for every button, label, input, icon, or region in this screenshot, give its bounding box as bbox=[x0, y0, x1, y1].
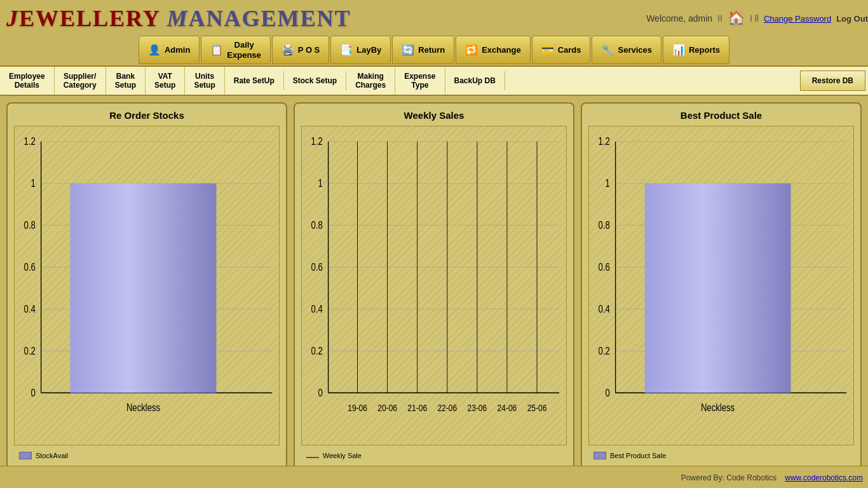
subnav-supplier-category[interactable]: Supplier/Category bbox=[55, 67, 106, 95]
svg-text:0.6: 0.6 bbox=[311, 262, 323, 273]
svg-text:0.8: 0.8 bbox=[24, 220, 36, 231]
subnav-bank-setup[interactable]: BankSetup bbox=[106, 67, 146, 95]
weekly-sales-chart: 1.2 1 0.8 0.6 0.4 0.2 0 bbox=[301, 126, 567, 445]
change-password-link[interactable]: Change Password bbox=[764, 14, 831, 24]
svg-text:0: 0 bbox=[318, 388, 323, 398]
best-product-panel: Best Product Sale 1.2 1 0.8 0.6 0.4 0.2 … bbox=[581, 102, 862, 470]
cards-icon: 💳 bbox=[541, 44, 554, 56]
return-icon: 🔄 bbox=[402, 44, 414, 56]
powered-by-text: Powered By: Code Robotics bbox=[681, 473, 776, 482]
title-bar: JEWELLERY MANAGEMENT Welcome, admin II 🏠… bbox=[0, 0, 868, 34]
nav-return[interactable]: 🔄 Return bbox=[392, 36, 454, 64]
svg-text:0.2: 0.2 bbox=[311, 346, 323, 356]
svg-text:0.6: 0.6 bbox=[599, 262, 610, 273]
header-right: Welcome, admin II 🏠 I ll Change Password… bbox=[646, 10, 868, 27]
nav-pos[interactable]: 🖨️ P O S bbox=[272, 36, 329, 64]
nav-services[interactable]: 🔧 Services bbox=[592, 36, 661, 64]
svg-text:1: 1 bbox=[31, 178, 36, 189]
nav-return-label: Return bbox=[418, 45, 445, 55]
svg-rect-61 bbox=[645, 184, 791, 393]
svg-text:1.2: 1.2 bbox=[599, 136, 610, 147]
svg-text:0.2: 0.2 bbox=[599, 346, 610, 356]
weekly-sales-legend: Weekly Sale bbox=[301, 449, 567, 462]
nav-reports-label: Reports bbox=[689, 45, 720, 55]
footer: Powered By: Code Robotics www.coderoboti… bbox=[0, 466, 868, 488]
nav-services-label: Services bbox=[618, 45, 652, 55]
best-product-legend-label: Best Product Sale bbox=[610, 452, 666, 459]
best-product-legend: Best Product Sale bbox=[588, 449, 854, 462]
best-product-title: Best Product Sale bbox=[588, 110, 854, 121]
website-link[interactable]: www.coderobotics.com bbox=[785, 473, 863, 482]
subnav-rate-setup[interactable]: Rate SetUp bbox=[225, 71, 284, 90]
admin-icon: 👤 bbox=[148, 44, 161, 56]
subnav-units-setup[interactable]: UnitsSetup bbox=[185, 67, 224, 95]
subnav-expense-type[interactable]: ExpenseType bbox=[395, 67, 445, 95]
nav-pos-label: P O S bbox=[298, 45, 320, 55]
exchange-icon: 🔁 bbox=[465, 44, 478, 56]
svg-text:Neckless: Neckless bbox=[701, 402, 735, 413]
svg-text:0.2: 0.2 bbox=[24, 346, 36, 356]
subnav-backup-db[interactable]: BackUp DB bbox=[445, 71, 505, 90]
reorder-stocks-legend: StockAvail bbox=[14, 449, 280, 462]
svg-text:19-06: 19-06 bbox=[348, 403, 367, 413]
svg-text:20-06: 20-06 bbox=[377, 403, 397, 413]
subnav-stock-setup[interactable]: Stock Setup bbox=[284, 71, 346, 90]
nav-layby[interactable]: 📑 LayBy bbox=[330, 36, 391, 64]
services-icon: 🔧 bbox=[601, 44, 614, 56]
best-product-chart: 1.2 1 0.8 0.6 0.4 0.2 0 bbox=[588, 126, 854, 445]
nav-admin-label: Admin bbox=[165, 45, 190, 55]
subnav-employee-details[interactable]: EmployeeDetails bbox=[0, 67, 55, 95]
nav-bar: 👤 Admin 📋 DailyExpense 🖨️ P O S 📑 LayBy … bbox=[0, 34, 868, 65]
subnav-vat-setup[interactable]: VATSetup bbox=[146, 67, 185, 95]
svg-text:24-06: 24-06 bbox=[498, 403, 517, 413]
nav-exchange[interactable]: 🔁 Exchange bbox=[456, 36, 530, 64]
svg-text:25-06: 25-06 bbox=[527, 403, 547, 413]
svg-text:22-06: 22-06 bbox=[437, 403, 457, 413]
weekly-sales-panel: Weekly Sales 1.2 1 0.8 0.6 0.4 0.2 0 bbox=[294, 102, 574, 470]
restore-db-button[interactable]: Restore DB bbox=[800, 71, 865, 91]
svg-text:0: 0 bbox=[31, 388, 36, 398]
nav-cards[interactable]: 💳 Cards bbox=[532, 36, 591, 64]
svg-text:1: 1 bbox=[606, 178, 610, 189]
layby-icon: 📑 bbox=[340, 44, 353, 56]
svg-text:0.4: 0.4 bbox=[24, 304, 36, 315]
svg-text:21-06: 21-06 bbox=[407, 403, 427, 413]
nav-layby-label: LayBy bbox=[356, 45, 381, 55]
svg-rect-15 bbox=[71, 184, 217, 393]
svg-text:0.4: 0.4 bbox=[311, 304, 323, 315]
svg-text:Neckless: Neckless bbox=[126, 402, 160, 413]
app-title: JEWELLERY MANAGEMENT bbox=[6, 5, 351, 32]
logout-link[interactable]: Log Out bbox=[836, 14, 868, 24]
svg-text:1: 1 bbox=[318, 178, 323, 189]
weekly-legend-color bbox=[306, 457, 319, 458]
nav-daily-expense-label: DailyExpense bbox=[227, 40, 261, 60]
reorder-stocks-svg: 1.2 1 0.8 0.6 0.4 0.2 0 bbox=[15, 126, 279, 445]
svg-text:1.2: 1.2 bbox=[311, 136, 323, 147]
main-content: Re Order Stocks 1.2 1 0.8 0.6 0.4 0.2 0 bbox=[0, 96, 868, 476]
weekly-sales-title: Weekly Sales bbox=[301, 110, 567, 121]
reorder-stocks-panel: Re Order Stocks 1.2 1 0.8 0.6 0.4 0.2 0 bbox=[6, 102, 287, 470]
best-product-legend-color bbox=[593, 452, 606, 459]
svg-text:0.6: 0.6 bbox=[24, 262, 36, 273]
nav-exchange-label: Exchange bbox=[482, 45, 520, 55]
weekly-sales-svg: 1.2 1 0.8 0.6 0.4 0.2 0 bbox=[302, 126, 566, 445]
separator2: I ll bbox=[750, 13, 759, 24]
svg-text:0: 0 bbox=[606, 388, 610, 398]
subnav-making-charges[interactable]: MakingCharges bbox=[346, 67, 395, 95]
reorder-legend-label: StockAvail bbox=[36, 452, 68, 459]
nav-reports[interactable]: 📊 Reports bbox=[663, 36, 729, 64]
svg-text:0.8: 0.8 bbox=[599, 220, 610, 231]
sub-nav-bar: EmployeeDetails Supplier/Category BankSe… bbox=[0, 65, 868, 96]
nav-admin[interactable]: 👤 Admin bbox=[139, 36, 200, 64]
weekly-legend-label: Weekly Sale bbox=[323, 452, 362, 459]
best-product-svg: 1.2 1 0.8 0.6 0.4 0.2 0 bbox=[589, 126, 853, 445]
svg-text:1.2: 1.2 bbox=[24, 136, 36, 147]
nav-daily-expense[interactable]: 📋 DailyExpense bbox=[201, 36, 270, 64]
separator1: II bbox=[717, 13, 722, 24]
svg-text:0.4: 0.4 bbox=[599, 304, 610, 315]
nav-cards-label: Cards bbox=[558, 45, 581, 55]
svg-text:0.8: 0.8 bbox=[311, 220, 323, 231]
svg-text:23-06: 23-06 bbox=[467, 403, 487, 413]
daily-expense-icon: 📋 bbox=[210, 44, 223, 56]
pos-icon: 🖨️ bbox=[281, 44, 294, 56]
